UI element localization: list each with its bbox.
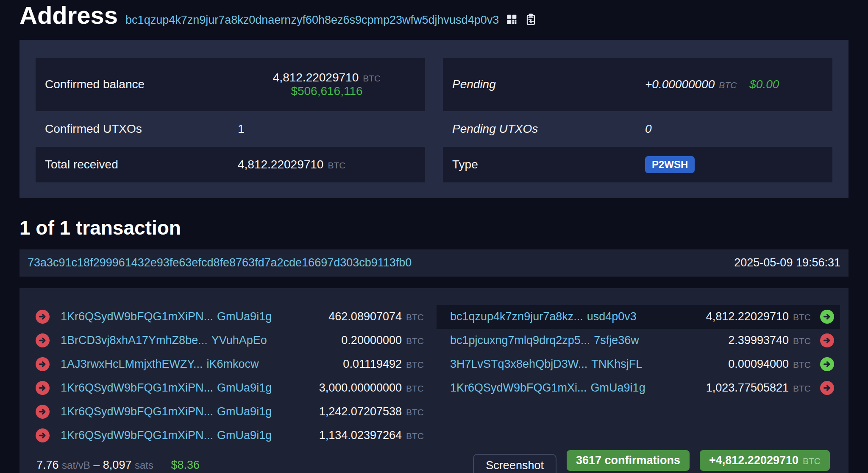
input-row: 1Kr6QSydW9bFQG1mXiPN...GmUa9i1g 462.0890… [28,305,431,329]
confirmed-utxos-value: 1 [238,122,245,136]
tx-amount-badge: +4,812.22029710BTC [700,450,830,471]
pending-utxos-label: Pending UTXOs [452,122,645,136]
output-address-link[interactable]: bc1qzup4k7zn9jur7a8kz...usd4p0v3 [450,310,637,323]
input-address-link[interactable]: 1Kr6QSydW9bFQG1mXiPN...GmUa9i1g [61,381,272,395]
fee-separator: – [93,459,100,471]
tx-timestamp: 2025-05-09 19:56:31 [734,256,840,269]
input-address-link[interactable]: 1BrCD3vj8xhA17YmhZ8be...YVuhApEo [61,334,267,347]
input-amount: 0.01119492BTC [343,358,424,371]
output-row: 3H7LvSTq3x8ehQbjD3W...TNKhsjFL 0.0009400… [437,353,840,376]
output-spent-arrow-icon[interactable] [820,381,834,395]
input-arrow-icon[interactable] [36,428,50,442]
input-address-link[interactable]: 1Kr6QSydW9bFQG1mXiPN...GmUa9i1g [61,405,272,418]
address-stats: Confirmed balance 4,812.22029710BTC $506… [19,40,849,198]
total-received-row: Total received 4,812.22029710BTC [36,147,425,182]
input-arrow-icon[interactable] [36,357,50,371]
qr-code-icon[interactable] [506,13,518,25]
screenshot-button[interactable]: Screenshot [473,454,556,473]
output-spent-arrow-icon[interactable] [820,333,834,347]
output-received-arrow-icon[interactable] [820,357,834,371]
type-row: Type P2WSH [443,147,832,182]
fee-total-unit: sats [135,459,153,471]
input-row: 1Kr6QSydW9bFQG1mXiPN...GmUa9i1g 1,242.07… [28,400,431,424]
transactions-heading: 1 of 1 transaction [19,216,849,239]
input-address-link[interactable]: 1Kr6QSydW9bFQG1mXiPN...GmUa9i1g [61,310,272,323]
output-amount: 1,023.77505821BTC [706,381,811,395]
output-address-link[interactable]: 1Kr6QSydW9bFQG1mXi...GmUa9i1g [450,381,645,395]
input-arrow-icon[interactable] [36,333,50,347]
input-amount: 0.20000000BTC [341,334,424,347]
inputs-outputs-grid: 1Kr6QSydW9bFQG1mXiPN...GmUa9i1g 462.0890… [19,288,849,448]
fee-fiat: $8.36 [171,459,200,471]
output-row-highlighted: bc1qzup4k7zn9jur7a8kz...usd4p0v3 4,812.2… [437,305,840,329]
output-row: 1Kr6QSydW9bFQG1mXi...GmUa9i1g 1,023.7750… [437,376,840,400]
input-arrow-icon[interactable] [36,381,50,395]
output-amount: 4,812.22029710BTC [706,310,811,323]
pending-value: +0.00000000BTC$0.00 [645,78,779,91]
input-row: 1Kr6QSydW9bFQG1mXiPN...GmUa9i1g 3,000.00… [28,376,431,400]
input-address-link[interactable]: 1Kr6QSydW9bFQG1mXiPN...GmUa9i1g [61,429,272,442]
stats-left-column: Confirmed balance 4,812.22029710BTC $506… [36,58,425,182]
input-row: 1AJ3rwxHcLMmjxthEWZY...iK6mkocw 0.011194… [28,353,431,376]
input-row: 1BrCD3vj8xhA17YmhZ8be...YVuhApEo 0.20000… [28,329,431,353]
confirmed-balance-value: 4,812.22029710BTC $506,616,116 [238,71,416,98]
output-address-link[interactable]: bc1pjcuxng7mlq9drq2zp5...7sfje36w [450,334,639,347]
fee-total: 8,097 [103,459,132,471]
inputs-column: 1Kr6QSydW9bFQG1mXiPN...GmUa9i1g 462.0890… [28,305,431,448]
address-type-badge: P2WSH [645,156,695,173]
output-amount: 2.39993740BTC [728,334,811,347]
address-link[interactable]: bc1qzup4k7zn9jur7a8kz0dnaernzyf60h8ez6s9… [125,14,499,27]
input-row: 1Kr6QSydW9bFQG1mXiPN...GmUa9i1g 1,134.02… [28,424,431,448]
confirmations-badge: 3617 confirmations [567,450,690,471]
total-received-label: Total received [45,158,238,171]
output-amount: 0.00094000BTC [728,358,811,371]
transaction-header-bar: 73a3c91c18f299961432e93fe63efcd8fe8763fd… [19,249,849,277]
input-amount: 3,000.00000000BTC [319,381,424,395]
pending-utxos-value: 0 [645,122,652,136]
footer-actions: Screenshot 3617 confirmations +4,812.220… [473,447,830,473]
output-address-link[interactable]: 3H7LvSTq3x8ehQbjD3W...TNKhsjFL [450,358,642,371]
page-header: Address bc1qzup4k7zn9jur7a8kz0dnaernzyf6… [19,0,849,29]
input-address-link[interactable]: 1AJ3rwxHcLMmjxthEWZY...iK6mkocw [61,358,259,371]
fee-rate-unit: sat/vB [62,459,90,471]
pending-row: Pending +0.00000000BTC$0.00 [443,58,832,111]
transaction-details-panel: 1Kr6QSydW9bFQG1mXiPN...GmUa9i1g 462.0890… [19,288,849,473]
confirmed-utxos-row: Confirmed UTXOs 1 [36,111,425,147]
input-arrow-icon[interactable] [36,310,50,324]
page-title: Address [19,2,118,29]
copy-icon[interactable] [525,13,537,25]
output-row: bc1pjcuxng7mlq9drq2zp5...7sfje36w 2.3999… [437,329,840,353]
type-label: Type [452,158,645,171]
input-arrow-icon[interactable] [36,405,50,419]
total-received-value: 4,812.22029710BTC [238,158,345,171]
confirmed-balance-row: Confirmed balance 4,812.22029710BTC $506… [36,58,425,111]
output-received-arrow-icon[interactable] [820,310,834,324]
fee-rate: 7.76 [36,459,59,471]
confirmed-balance-fiat: $506,616,116 [291,84,362,98]
txid-link[interactable]: 73a3c91c18f299961432e93fe63efcd8fe8763fd… [28,256,412,269]
input-amount: 1,134.02397264BTC [319,429,424,442]
outputs-column: bc1qzup4k7zn9jur7a8kz...usd4p0v3 4,812.2… [437,305,840,448]
pending-fiat: $0.00 [749,78,779,91]
pending-label: Pending [452,78,645,91]
input-amount: 1,242.07207538BTC [319,405,424,418]
header-icons [506,13,537,25]
input-amount: 462.08907074BTC [328,310,424,323]
confirmed-utxos-label: Confirmed UTXOs [45,122,238,136]
stats-right-column: Pending +0.00000000BTC$0.00 Pending UTXO… [443,58,832,182]
confirmed-balance-label: Confirmed balance [45,78,238,91]
pending-utxos-row: Pending UTXOs 0 [443,111,832,147]
fee-summary: 7.76 sat/vB – 8,097 sats $8.36 [36,459,200,472]
